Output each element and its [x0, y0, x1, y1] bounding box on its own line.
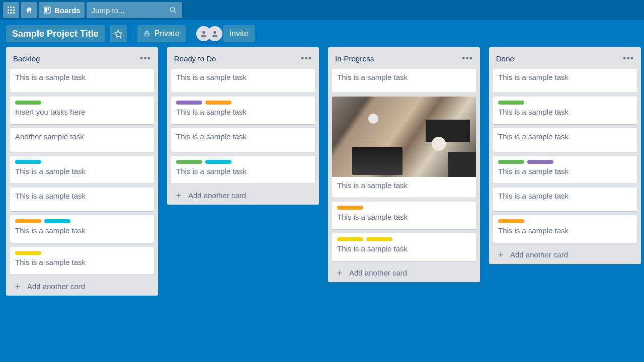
svg-point-15 [202, 31, 205, 34]
card-title: This is a sample task [337, 181, 471, 190]
svg-rect-10 [45, 8, 47, 12]
add-card-button[interactable]: ＋Add another card [171, 188, 315, 201]
card[interactable]: This is a sample task [332, 97, 476, 198]
list: Ready to Do•••This is a sample taskThis … [167, 47, 319, 205]
card[interactable]: This is a sample task [10, 188, 154, 211]
card[interactable]: This is a sample task [171, 69, 315, 93]
card[interactable]: This is a sample task [171, 97, 315, 124]
card[interactable]: This is a sample task [332, 202, 476, 229]
visibility-label: Private [154, 29, 180, 38]
card-labels [498, 219, 632, 223]
card-labels [337, 206, 471, 210]
list-title[interactable]: In-Progress [335, 54, 374, 63]
card-label-orange[interactable] [205, 101, 231, 105]
card-title: This is a sample task [498, 226, 632, 235]
invite-label: Invite [229, 29, 249, 38]
plus-icon: ＋ [174, 191, 183, 200]
card[interactable]: This is a sample task [493, 97, 637, 124]
card[interactable]: This is a sample task [493, 69, 637, 93]
card-title: This is a sample task [498, 167, 632, 175]
divider [132, 29, 132, 39]
add-card-label: Add another card [349, 268, 407, 277]
card-label-blue[interactable] [205, 160, 231, 164]
list: Done•••This is a sample taskThis is a sa… [489, 47, 641, 264]
card-labels [15, 160, 149, 164]
list-menu-button[interactable]: ••• [140, 53, 151, 64]
card-labels [498, 101, 632, 105]
card[interactable]: This is a sample task [10, 156, 154, 184]
star-icon [114, 29, 123, 38]
home-button[interactable] [21, 2, 37, 18]
card-title: This is a sample task [15, 73, 149, 81]
card[interactable]: This is a sample task [493, 128, 637, 152]
board-canvas: Backlog•••This is a sample taskInsert yo… [0, 47, 644, 302]
svg-rect-6 [8, 12, 9, 14]
invite-button[interactable]: Invite [223, 25, 255, 42]
list-header: Backlog••• [10, 51, 154, 65]
card-label-blue[interactable] [15, 160, 41, 164]
add-card-button[interactable]: ＋Add another card [493, 247, 637, 260]
card-labels [15, 101, 149, 105]
search-icon [169, 6, 177, 14]
search-input[interactable]: Jump to... [87, 2, 182, 18]
list-header: Ready to Do••• [171, 51, 315, 65]
svg-point-12 [170, 8, 174, 12]
card[interactable]: Insert you tasks here [10, 97, 154, 124]
card-label-purple[interactable] [527, 160, 553, 164]
boards-label: Boards [54, 6, 80, 15]
card[interactable]: Another sample task [10, 128, 154, 152]
list-menu-button[interactable]: ••• [462, 53, 473, 64]
card[interactable]: This is a sample task [493, 188, 637, 211]
list-title[interactable]: Ready to Do [174, 54, 216, 63]
list-title[interactable]: Done [496, 54, 514, 63]
card-label-purple[interactable] [176, 101, 202, 105]
list-title[interactable]: Backlog [13, 54, 40, 63]
card[interactable]: This is a sample task [10, 215, 154, 243]
svg-rect-4 [11, 10, 12, 11]
divider [191, 29, 191, 39]
list: In-Progress•••This is a sample taskThis … [328, 47, 480, 282]
boards-button[interactable]: Boards [39, 2, 85, 18]
card[interactable]: This is a sample task [171, 128, 315, 152]
card-title: This is a sample task [15, 258, 149, 266]
card[interactable]: This is a sample task [332, 233, 476, 261]
visibility-button[interactable]: Private [137, 25, 186, 42]
card[interactable]: This is a sample task [171, 156, 315, 184]
card-title: This is a sample task [498, 73, 632, 81]
list-header: Done••• [493, 51, 637, 65]
card-title: This is a sample task [498, 192, 632, 200]
card-label-green[interactable] [498, 101, 524, 105]
apps-button[interactable] [3, 2, 19, 18]
list-menu-button[interactable]: ••• [301, 53, 312, 64]
card[interactable]: This is a sample task [332, 69, 476, 93]
card-label-yellow[interactable] [366, 237, 392, 241]
card[interactable]: This is a sample task [10, 247, 154, 275]
card-label-orange[interactable] [337, 206, 363, 210]
card-label-yellow[interactable] [15, 251, 41, 255]
star-button[interactable] [110, 25, 127, 42]
svg-rect-11 [48, 8, 49, 11]
app-header: Boards Jump to... [0, 0, 644, 20]
add-card-button[interactable]: ＋Add another card [332, 265, 476, 278]
add-card-button[interactable]: ＋Add another card [10, 279, 154, 292]
card-label-green[interactable] [15, 101, 41, 105]
list-menu-button[interactable]: ••• [623, 53, 634, 64]
svg-rect-5 [13, 10, 15, 11]
card[interactable]: This is a sample task [493, 215, 637, 243]
card-label-green[interactable] [498, 160, 524, 164]
card-labels [498, 160, 632, 164]
search-placeholder: Jump to... [92, 6, 125, 15]
card-label-yellow[interactable] [337, 237, 363, 241]
card-labels [15, 219, 149, 223]
card-label-green[interactable] [176, 160, 202, 164]
card[interactable]: This is a sample task [10, 69, 154, 93]
card-label-orange[interactable] [15, 219, 41, 223]
board-title[interactable]: Sample Project Title [6, 25, 105, 42]
card-labels [176, 160, 310, 164]
lock-icon [143, 30, 150, 37]
card[interactable]: This is a sample task [493, 156, 637, 184]
card-label-orange[interactable] [498, 219, 524, 223]
card-label-blue[interactable] [44, 219, 70, 223]
boards-icon [43, 6, 51, 14]
avatar[interactable] [207, 26, 222, 41]
